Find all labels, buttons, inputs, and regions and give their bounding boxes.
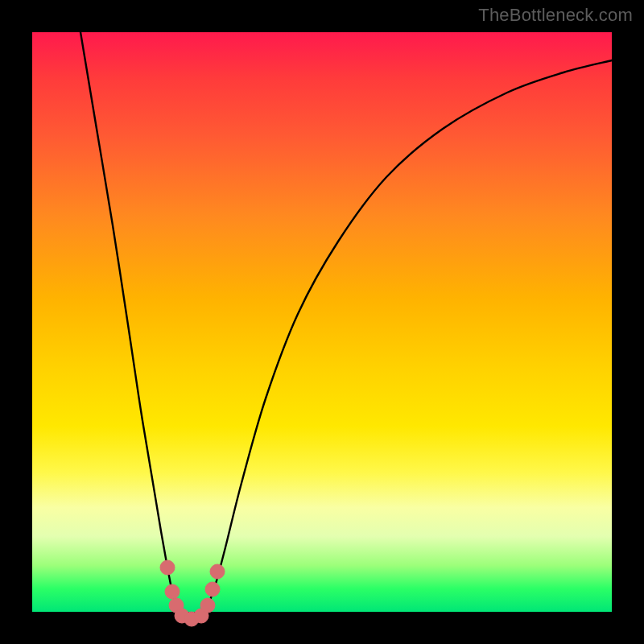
- valley-marker: [210, 564, 225, 579]
- plot-area: [32, 32, 612, 612]
- valley-marker: [160, 560, 175, 575]
- valley-markers: [160, 560, 225, 626]
- watermark-text: TheBottleneck.com: [478, 5, 633, 26]
- valley-marker: [200, 598, 215, 613]
- valley-marker: [205, 582, 220, 597]
- chart-frame: TheBottleneck.com: [0, 0, 644, 644]
- bottleneck-curve-svg: [32, 32, 612, 612]
- valley-marker: [165, 584, 180, 599]
- bottleneck-curve: [80, 32, 612, 619]
